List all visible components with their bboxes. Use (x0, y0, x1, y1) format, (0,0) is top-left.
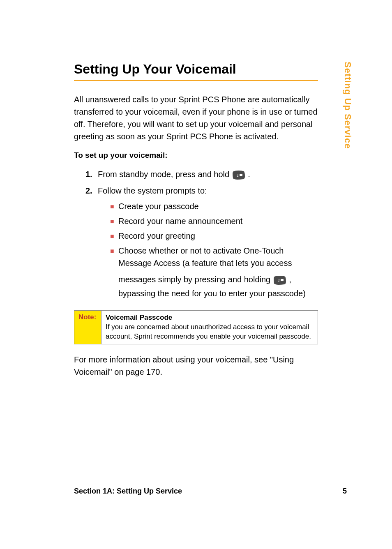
closing-paragraph: For more information about using your vo… (74, 353, 318, 378)
step1-post: . (248, 170, 250, 179)
page-heading: Setting Up Your Voicemail (74, 62, 318, 77)
steps-list: 1. From standby mode, press and hold 1 .… (74, 168, 318, 303)
bullet-item: ■ Choose whether or not to activate One-… (110, 245, 318, 300)
bullet-marker: ■ (110, 200, 118, 212)
bullet-marker: ■ (110, 215, 118, 227)
step-content: From standby mode, press and hold 1 . (98, 168, 318, 180)
note-label: Note: (74, 311, 101, 344)
bullet-text: Record your name announcement (118, 215, 318, 227)
note-content: Voicemail Passcode If you are concerned … (101, 311, 318, 344)
bullet-list: ■ Create your passcode ■ Record your nam… (98, 200, 318, 300)
note-title: Voicemail Passcode (106, 313, 314, 323)
page-content: Setting Up Your Voicemail All unanswered… (0, 0, 392, 378)
bullet-marker: ■ (110, 230, 118, 242)
note-box: Note: Voicemail Passcode If you are conc… (74, 310, 318, 344)
note-body: If you are concerned about unauthorized … (106, 323, 314, 341)
step-marker: 2. (85, 185, 98, 303)
bullet4-line1: Choose whether or not to activate One-To… (118, 246, 292, 268)
bullet4-pre: messages simply by pressing and holding (118, 275, 273, 284)
svg-rect-3 (281, 279, 284, 281)
svg-text:1: 1 (237, 173, 239, 178)
bullet-item: ■ Record your greeting (110, 230, 318, 242)
page-number: 5 (343, 487, 347, 496)
subhead: To set up your voicemail: (74, 151, 318, 160)
step-1: 1. From standby mode, press and hold 1 . (85, 168, 318, 180)
step-marker: 1. (85, 168, 98, 180)
bullet-text: Choose whether or not to activate One-To… (118, 245, 318, 300)
step-2: 2. Follow the system prompts to: ■ Creat… (85, 185, 318, 303)
one-key-icon: 1 (274, 276, 286, 285)
heading-rule (74, 80, 318, 81)
bullet-text: Record your greeting (118, 230, 318, 242)
svg-text:1: 1 (278, 278, 280, 283)
bullet-marker: ■ (110, 245, 118, 300)
bullet-item: ■ Record your name announcement (110, 215, 318, 227)
intro-paragraph: All unanswered calls to your Sprint PCS … (74, 93, 318, 143)
footer-section: Section 1A: Setting Up Service (74, 487, 182, 496)
page-footer: Section 1A: Setting Up Service 5 (74, 487, 347, 496)
step2-text: Follow the system prompts to: (98, 186, 207, 195)
bullet-item: ■ Create your passcode (110, 200, 318, 212)
svg-rect-1 (240, 174, 242, 176)
one-key-icon: 1 (233, 171, 245, 180)
step-content: Follow the system prompts to: ■ Create y… (98, 185, 318, 303)
step1-pre: From standby mode, press and hold (98, 170, 232, 179)
side-tab: Setting Up Service (342, 62, 353, 149)
bullet4-continued: messages simply by pressing and holding … (118, 272, 318, 300)
bullet-text: Create your passcode (118, 200, 318, 212)
